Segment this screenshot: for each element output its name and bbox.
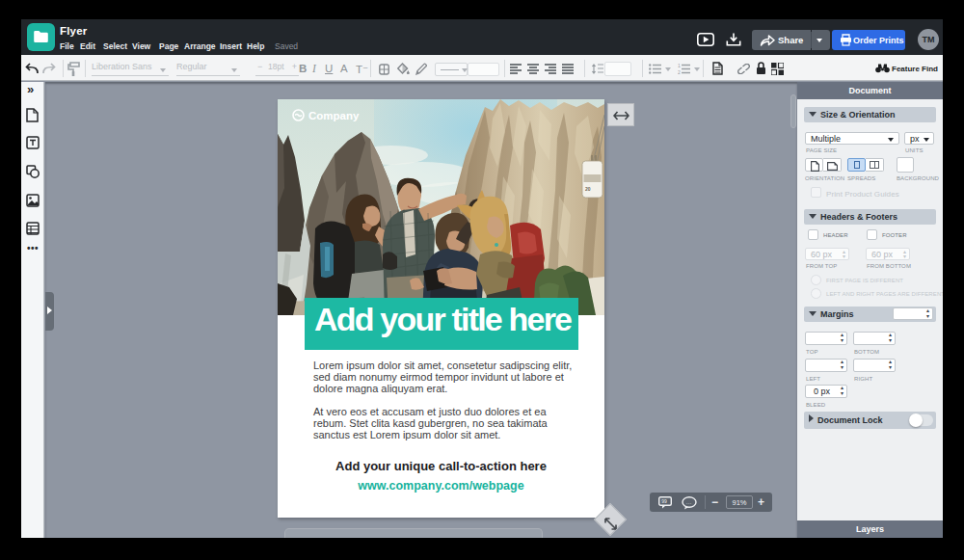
svg-text:…: … [686, 499, 692, 505]
svg-text:99: 99 [661, 498, 667, 504]
svg-text:20: 20 [585, 186, 591, 192]
svg-text:2: 2 [678, 69, 681, 74]
svg-text:1: 1 [678, 64, 681, 68]
